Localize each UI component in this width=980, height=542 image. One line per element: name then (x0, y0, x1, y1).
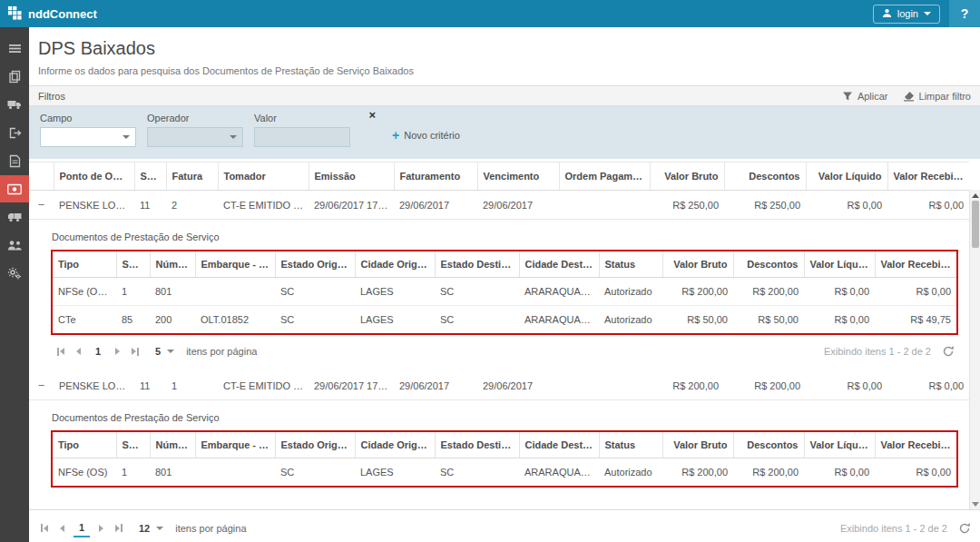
clear-filter-button[interactable]: Limpar filtro (903, 91, 971, 102)
valor-input[interactable] (254, 127, 350, 147)
cell-faturamento: 29/06/2017 (394, 371, 477, 400)
detail-highlight-box: Tipo Série Número Embarque - Sell Estado… (51, 250, 958, 335)
dcol-cidade-destino[interactable]: Cidade Destino (519, 251, 599, 278)
sidebar (0, 27, 29, 542)
dcol-estado-origem[interactable]: Estado Origem (275, 251, 355, 278)
dcell-estado-destino: SC (435, 278, 519, 306)
dcol-valor-liquido[interactable]: Valor Líquido (804, 432, 875, 458)
remove-criteria-button[interactable]: × (368, 109, 376, 121)
items-per-page-label: itens por página (186, 346, 257, 357)
refresh-icon[interactable] (942, 345, 955, 358)
dcol-cidade-origem[interactable]: Cidade Origem (355, 251, 435, 278)
next-page-button[interactable] (96, 522, 106, 535)
dcol-serie[interactable]: Série (116, 251, 150, 278)
apply-filter-label: Aplicar (858, 91, 888, 102)
plus-icon: + (392, 131, 399, 141)
sidebar-item-menu[interactable] (0, 34, 29, 62)
col-header-descontos[interactable]: Descontos (724, 163, 806, 191)
sidebar-item-export[interactable] (0, 119, 29, 146)
page-size-dropdown[interactable]: 5 (155, 346, 174, 357)
dcell-status: Autorizado (599, 458, 662, 487)
dcol-valor-bruto[interactable]: Valor Bruto (662, 251, 733, 278)
cell-valor-recebido: R$ 0,00 (887, 371, 969, 400)
chevron-down-icon (122, 135, 130, 139)
dcell-cidade-origem: LAGES (355, 278, 435, 306)
sidebar-item-partners[interactable] (0, 232, 29, 259)
scroll-thumb[interactable] (972, 201, 979, 248)
vertical-scrollbar[interactable] (969, 190, 980, 509)
collapse-toggle[interactable]: − (38, 198, 45, 212)
last-page-button[interactable] (113, 521, 125, 535)
dcol-descontos[interactable]: Descontos (733, 251, 804, 278)
new-criteria-button[interactable]: + Novo critério (392, 130, 460, 141)
dcol-embarque[interactable]: Embarque - Sell (195, 251, 275, 278)
dcol-estado-origem[interactable]: Estado Origem (275, 432, 355, 458)
col-header-emissao[interactable]: Emissão (309, 163, 394, 191)
dcol-serie[interactable]: Série (116, 432, 150, 458)
login-button[interactable]: login (873, 5, 940, 24)
dcol-tipo[interactable]: Tipo (53, 251, 116, 278)
sidebar-item-dps-baixados[interactable] (0, 175, 29, 202)
campo-select[interactable] (40, 127, 136, 147)
next-page-button[interactable] (113, 345, 122, 358)
dcell-valor-bruto: R$ 200,00 (662, 458, 733, 487)
cell-valor-bruto: R$ 200,00 (650, 371, 724, 400)
col-header-fatura[interactable]: Fatura (166, 163, 218, 191)
col-header-valor-bruto[interactable]: Valor Bruto (650, 163, 724, 191)
col-header-valor-recebido[interactable]: Valor Recebido (887, 163, 969, 191)
dcol-numero[interactable]: Número (150, 432, 195, 458)
sidebar-item-fleet[interactable] (0, 203, 29, 231)
dcol-status[interactable]: Status (599, 251, 662, 278)
dcell-embarque: OLT.01852 (195, 306, 275, 334)
dcol-tipo[interactable]: Tipo (53, 432, 116, 458)
last-page-button[interactable] (129, 345, 142, 359)
dcol-valor-liquido[interactable]: Valor Líquido (804, 251, 875, 278)
scroll-down-arrow[interactable] (970, 498, 980, 509)
dcell-estado-origem: SC (275, 458, 355, 487)
help-button[interactable]: ? (949, 0, 980, 27)
apply-filter-button[interactable]: Aplicar (842, 91, 888, 102)
items-per-page-label: itens por página (175, 523, 246, 534)
page-number[interactable]: 1 (74, 519, 90, 537)
col-header-faturamento[interactable]: Faturamento (394, 163, 477, 191)
col-header-toggle (29, 163, 54, 191)
page-size-dropdown[interactable]: 12 (139, 523, 163, 534)
dcol-valor-recebido[interactable]: Valor Recebido (875, 251, 956, 278)
sign-out-icon (8, 126, 22, 140)
sidebar-item-documents[interactable] (0, 63, 29, 90)
col-header-serie[interactable]: Série (134, 163, 166, 191)
col-header-ordem-pagamento[interactable]: Ordem Pagamento (559, 163, 650, 191)
col-header-vencimento[interactable]: Vencimento (477, 163, 559, 191)
prev-page-button[interactable] (57, 522, 67, 535)
col-header-valor-liquido[interactable]: Valor Líquido (806, 163, 887, 191)
refresh-icon[interactable] (958, 522, 971, 535)
dcol-cidade-destino[interactable]: Cidade Destino (519, 432, 599, 458)
operador-select[interactable] (147, 127, 243, 147)
dcol-numero[interactable]: Número (150, 251, 195, 278)
scroll-up-arrow[interactable] (970, 190, 980, 201)
col-header-tomador[interactable]: Tomador (218, 163, 309, 191)
dcol-valor-recebido[interactable]: Valor Recebido (875, 432, 956, 458)
first-page-button[interactable] (54, 345, 67, 359)
campo-label: Campo (40, 113, 136, 123)
first-page-button[interactable] (38, 521, 51, 535)
sidebar-item-transport[interactable] (0, 91, 29, 118)
dcol-valor-bruto[interactable]: Valor Bruto (662, 432, 733, 458)
prev-page-button[interactable] (74, 345, 83, 358)
dcol-cidade-origem[interactable]: Cidade Origem (355, 432, 435, 458)
page-number[interactable]: 1 (90, 343, 106, 360)
user-icon (882, 8, 892, 20)
users-icon (7, 240, 23, 251)
dcol-embarque[interactable]: Embarque - Sell (195, 432, 275, 458)
dcell-valor-liquido: R$ 0,00 (804, 278, 875, 306)
col-header-ponto-de-operacao[interactable]: Ponto de Opera... (54, 163, 134, 191)
dcol-estado-destino[interactable]: Estado Destino (435, 251, 519, 278)
sidebar-item-settings[interactable] (0, 260, 29, 287)
dcol-status[interactable]: Status (599, 432, 662, 458)
dcell-descontos: R$ 200,00 (733, 458, 804, 487)
cell-descontos: R$ 200,00 (724, 371, 806, 400)
dcol-estado-destino[interactable]: Estado Destino (435, 432, 519, 458)
collapse-toggle[interactable]: − (38, 379, 45, 392)
dcol-descontos[interactable]: Descontos (733, 432, 804, 458)
sidebar-item-invoices[interactable] (0, 147, 29, 174)
